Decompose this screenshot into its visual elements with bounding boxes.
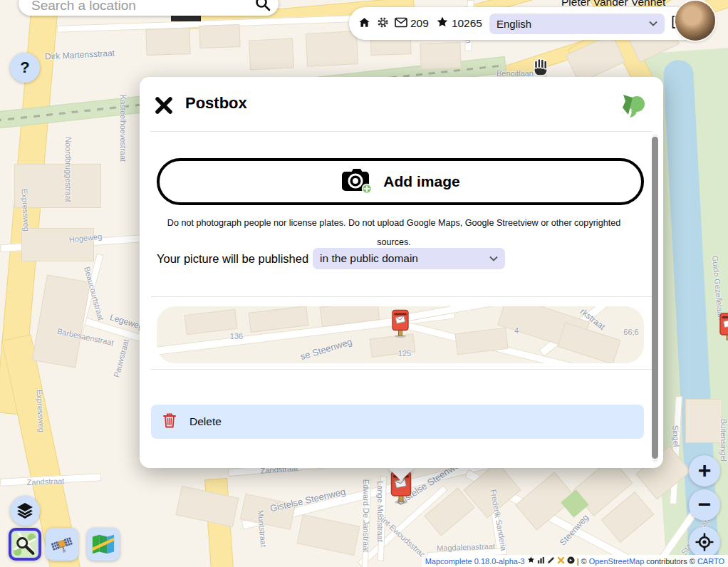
divider [151, 369, 652, 370]
zoom-out-button[interactable]: − [689, 489, 720, 521]
zoom-in-button[interactable]: + [689, 455, 720, 487]
dialog-pointer [388, 467, 415, 481]
license-row: Your picture will be published in the pu… [157, 248, 505, 269]
postbox-marker-minimap [392, 309, 409, 338]
street-label: 125 [398, 349, 411, 358]
delete-label: Delete [189, 415, 222, 428]
zoom-out-label: − [698, 493, 712, 516]
trash-icon [162, 412, 177, 431]
basemap-style-satellite[interactable] [46, 528, 78, 561]
geolocate-button[interactable] [689, 526, 720, 558]
street-label: Gistelse Steenweg [269, 486, 346, 514]
stats-icon[interactable] [537, 556, 545, 566]
copyright-symbol: © [690, 557, 695, 566]
street-label: Guido Gezellelaan [711, 255, 725, 320]
layers-button[interactable] [10, 496, 40, 526]
carto-link[interactable]: CARTO [697, 557, 724, 566]
language-selected: English [496, 18, 531, 30]
street-label: Hogeweg [68, 232, 102, 244]
settings-gear-icon[interactable] [377, 16, 389, 31]
mastodon-icon[interactable] [567, 556, 575, 566]
street-label: Edward De Janstraat [362, 479, 370, 553]
star-count: 10265 [452, 17, 482, 30]
scrollbar-thumb[interactable] [652, 137, 658, 459]
attribution-separator: | [577, 557, 579, 566]
josm-icon[interactable] [557, 556, 565, 566]
license-selected: in the public domain [320, 252, 418, 265]
chevron-down-icon [649, 21, 657, 26]
street-label: 4 [514, 326, 519, 335]
osm-link[interactable]: OpenStreetMap [589, 557, 645, 566]
street-label: Beaucourtstraat [83, 266, 105, 321]
geolocate-icon [695, 533, 714, 551]
street-label: Noordbruggestraat [64, 137, 73, 202]
dialog-title: Postbox [185, 94, 247, 113]
close-icon[interactable] [154, 95, 174, 115]
location-minimap[interactable]: 122136se Steenweg1254rkstraat66;6 [157, 306, 644, 363]
street-label: Pauwstraat [112, 338, 130, 378]
street-label: Kasteelhoevestraat [119, 95, 128, 162]
messages-icon[interactable] [395, 17, 407, 31]
zoom-in-label: + [698, 459, 712, 482]
street-label: Lange Muntstraat [376, 481, 385, 542]
star-icon [436, 16, 449, 31]
street-label: Muntstraat [256, 510, 268, 548]
basemap-style-topomap[interactable] [87, 528, 120, 561]
street-label: Steenweg [558, 512, 591, 547]
camera-icon [340, 167, 373, 197]
street-label: se Steenweg [299, 336, 353, 362]
postbox-dialog: Postbox Add image Do not photograph peop… [140, 77, 663, 468]
language-select[interactable]: English [489, 14, 665, 34]
search-input[interactable] [19, 0, 254, 14]
street-label: Singel [671, 425, 681, 447]
dialog-scrollbar[interactable] [652, 134, 658, 462]
contributors-text: contributors [646, 557, 687, 566]
divider [150, 131, 653, 132]
help-label: ? [20, 58, 29, 77]
user-panel: 209 10265 English [349, 7, 714, 40]
divider [151, 296, 652, 297]
edit-pencil-icon[interactable] [547, 556, 555, 566]
street-label: Dirk Martensstraat [45, 48, 115, 61]
street-label: Expressweg [35, 390, 46, 432]
street-label: Frederik Sanderia [489, 489, 508, 551]
add-image-button[interactable]: Add image [157, 158, 644, 205]
street-label: Sint-Ewoudsstraat [376, 512, 429, 561]
message-count: 209 [410, 17, 429, 30]
street-label: Expressweg [20, 189, 31, 232]
postbox-marker-edge[interactable] [719, 312, 728, 342]
image-upload-notice: Do not photograph people nor license pla… [157, 214, 631, 252]
home-icon[interactable] [358, 16, 371, 32]
street-label: Magdalenastraat [437, 542, 495, 553]
github-icon[interactable] [527, 556, 535, 566]
chevron-down-icon [489, 256, 498, 261]
street-label: Zandstraat [27, 477, 65, 487]
mapcomplete-app: { "colors": { "control_bg": "#cfe0fb", "… [0, 0, 728, 567]
osm-map-icon [13, 532, 37, 556]
folded-map-icon [91, 532, 115, 556]
mapcomplete-version-link[interactable]: Mapcomplete 0.18.0-alpha-3 [425, 557, 525, 566]
satellite-icon [50, 532, 74, 556]
search-bar [19, 0, 279, 16]
license-prefix: Your picture will be published [157, 252, 308, 266]
layers-icon [16, 502, 33, 519]
basemap-style-osm[interactable] [9, 528, 41, 561]
add-image-label: Add image [383, 173, 459, 190]
mapcomplete-logo-icon [619, 93, 648, 121]
street-label: Buitensingel [719, 419, 728, 462]
avatar[interactable] [675, 1, 715, 41]
delete-button[interactable]: Delete [151, 405, 644, 439]
search-icon[interactable] [254, 0, 271, 15]
street-label: 66;6 [623, 328, 638, 336]
help-button[interactable]: ? [10, 53, 40, 83]
attribution-bar: Mapcomplete 0.18.0-alpha-3 | © OpenStree… [422, 555, 728, 567]
license-select[interactable]: in the public domain [313, 248, 505, 269]
street-label: Barbesaenstraat [56, 327, 114, 348]
street-label: 136 [230, 332, 243, 340]
copyright-symbol: © [581, 557, 587, 566]
street-label: rkstraat [578, 306, 607, 332]
